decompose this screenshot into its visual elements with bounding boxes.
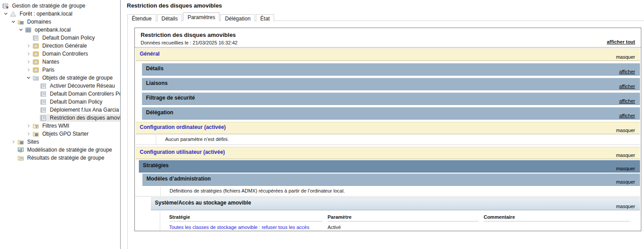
section-delegation: Délégation afficher [142,107,640,120]
admin-templates-note: Définitions de stratégies (fichiers ADMX… [160,187,640,196]
tab-etat[interactable]: État [256,14,274,22]
chevron-right-icon[interactable] [24,123,32,129]
ou-icon [32,51,39,57]
ou-icon [32,43,39,49]
show-link[interactable]: afficher [619,113,635,118]
chevron-right-icon[interactable] [24,67,32,73]
results-icon [17,155,24,161]
section-policies: Stratégies masquer [139,160,640,173]
tree-item-label: Default Domain Policy [41,35,96,41]
show-link[interactable]: afficher [619,69,635,74]
policy-setting-link[interactable]: Toutes les classes de stockage amovible … [169,225,309,230]
tree-item-ou-direction-generale[interactable]: Direction Générale [0,42,120,50]
tree-item-label: Direction Générale [41,43,88,49]
forest-icon [10,11,16,17]
tree-item-modeling[interactable]: Modélisation de stratégie de groupe [0,146,120,154]
modeling-icon [17,147,24,153]
tab-parametres[interactable]: Paramètres [183,12,219,21]
chevron-right-icon[interactable] [24,131,32,137]
report-collected-date: Données recueillies le : 21/03/2025 16:3… [141,40,635,45]
chevron-right-icon[interactable] [24,51,32,57]
admin-templates-note-row: Définitions de stratégies (fichiers ADMX… [135,187,640,197]
gpo-icon [32,35,39,41]
tree-item-wmi-filters[interactable]: Filtres WMI [0,122,120,130]
chevron-down-icon[interactable] [17,27,24,33]
show-link[interactable]: afficher [619,98,635,104]
chevron-right-icon[interactable] [24,59,32,65]
section-removable-storage-title: Système/Accès au stockage amovible [155,200,251,206]
tree-item-starter-gpos[interactable]: Objets GPO Starter [0,130,120,138]
hide-link[interactable]: masquer [616,54,635,60]
chevron-placeholder [32,107,40,113]
hide-link[interactable]: masquer [616,204,635,209]
policy-setting-state: Activé [328,221,484,231]
tree-item-domain-openbank[interactable]: openbank.local [0,26,120,34]
tree-item-gpo-default-domain-policy[interactable]: Default Domain Policy [0,98,120,106]
tree-item-label: Modélisation de stratégie de groupe [26,147,113,153]
tree-item-label: Filtres WMI [41,123,70,129]
report-header: Restriction des disques amovibles Donnée… [135,28,641,48]
tree-item-label: Nantes [41,59,60,65]
col-header-parametre: Paramètre [328,213,478,221]
console-icon [2,3,9,9]
section-liaisons: Liaisons afficher [142,78,640,90]
tree-item-gpo-default-dc-policy[interactable]: Default Domain Controllers Po [0,90,120,98]
tree-item-gpo-activer-decouverte[interactable]: Activer Découverte Réseau [0,82,120,90]
tab-details[interactable]: Détails [157,14,182,22]
tree-item-ou-domain-controllers[interactable]: Domain Controllers [0,50,120,58]
tree-item-domains[interactable]: Domaines [0,18,120,26]
tree-item-results[interactable]: Résultats de stratégie de groupe [0,154,120,162]
tree-item-label: Default Domain Policy [49,99,103,105]
hide-link[interactable]: masquer [616,153,635,158]
tree-item-ou-nantes[interactable]: Nantes [0,58,120,66]
chevron-right-icon[interactable] [9,139,17,145]
tree-item-default-domain-policy-link[interactable]: Default Domain Policy [0,34,120,42]
tree-item-label: Résultats de stratégie de groupe [26,155,105,161]
tree-item-ou-paris[interactable]: Paris [0,66,120,74]
table-row: Toutes les classes de stockage amovible … [169,221,635,231]
chevron-placeholder [32,115,40,121]
wmi-filter-icon [32,123,39,129]
gpo-detail-pane: Restriction des disques amovibles Étendu… [121,0,644,249]
chevron-placeholder [24,35,32,41]
section-admin-templates: Modèles d’administration masquer [142,173,640,186]
gpmc-tree-pane: Gestion de stratégie de groupe Forêt : o… [0,0,121,249]
show-all-link[interactable]: afficher tout [607,39,635,44]
tree-item-label: Objets de stratégie de groupe [41,75,113,81]
chevron-right-icon[interactable] [24,43,32,49]
tree-item-gpo-deploiement-flux[interactable]: Déploiement f.lux Ana Garcia [0,106,120,114]
tab-etendue[interactable]: Étendue [127,14,156,22]
tree-item-sites[interactable]: Sites [0,138,120,146]
tree-item-label: Gestion de stratégie de groupe [11,3,86,9]
tree-item-label: Domaines [26,19,52,25]
settings-table-header-row: Stratégie Paramètre Commentaire [169,213,635,221]
show-link[interactable]: afficher [619,84,635,89]
chevron-placeholder [9,155,17,161]
hide-link[interactable]: masquer [616,166,635,171]
settings-tab-page: Restriction des disques amovibles Donnée… [127,20,644,249]
section-delegation-title: Délégation [146,109,173,116]
col-header-commentaire: Commentaire [484,213,630,221]
tree-item-label: Domain Controllers [41,51,89,57]
starter-gpo-icon [32,131,39,137]
chevron-down-icon[interactable] [2,11,9,17]
tab-delegation[interactable]: Délégation [220,14,255,22]
chevron-down-icon[interactable] [9,19,17,25]
chevron-placeholder [9,147,17,153]
tree-item-label: Activer Découverte Réseau [49,83,116,89]
chevron-down-icon[interactable] [24,75,32,81]
tree-item-gpo-container[interactable]: Objets de stratégie de groupe [0,74,120,82]
hide-link[interactable]: masquer [616,179,635,185]
domains-icon [17,19,24,25]
tree-item-gpo-restriction-disques[interactable]: Restriction des disques amovib [0,114,120,122]
tree-item-label: Restriction des disques amovib [49,115,121,121]
tree-item-label: Default Domain Controllers Po [49,91,121,97]
section-details: Détails afficher [142,63,640,76]
hide-link[interactable]: masquer [616,128,635,133]
policy-setting-comment [484,221,635,231]
section-computer-config-title: Configuration ordinateur (activée) [140,124,226,130]
tree-item-root[interactable]: Gestion de stratégie de groupe [0,2,120,10]
computer-config-empty-row: Aucun paramètre n’est défini. [135,135,640,145]
tree-item-forest[interactable]: Forêt : openbank.local [0,10,120,18]
section-security-filtering-title: Filtrage de sécurité [146,95,195,101]
